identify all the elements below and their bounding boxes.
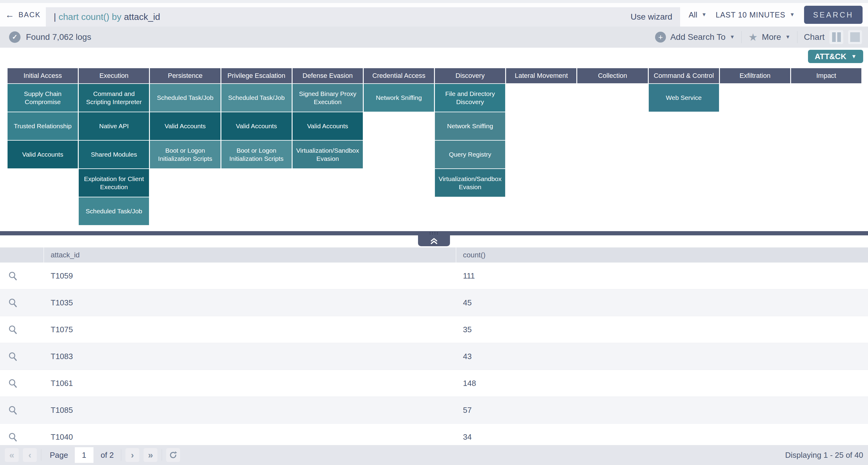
row-search-button[interactable] [0,351,44,361]
attack-id-cell[interactable]: T1061 [44,379,456,388]
technique-cell[interactable]: Command and Scripting Interpreter [79,84,149,112]
table-view-icon[interactable] [848,30,862,44]
row-search-button[interactable] [0,271,44,281]
technique-cell[interactable]: Shared Modules [79,141,149,168]
use-wizard-link[interactable]: Use wizard [631,12,672,22]
tactic-header: Impact [791,68,861,83]
table-row: T1059111 [0,263,868,289]
count-cell: 45 [456,298,868,308]
row-search-button[interactable] [0,432,44,442]
time-range-selector[interactable]: LAST 10 MINUTES ▼ [716,10,795,19]
first-page-button[interactable]: « [5,448,19,462]
technique-cell[interactable]: Boot or Logon Initialization Scripts [150,141,220,168]
technique-cell[interactable]: Valid Accounts [221,112,292,140]
tactic-column: Privilege EscalationScheduled Task/JobVa… [221,68,292,225]
page-count-label: of 2 [101,451,114,460]
status-text: Found 7,062 logs [26,32,91,42]
chevron-down-icon: ▼ [730,34,735,40]
technique-cell[interactable]: Valid Accounts [292,112,363,140]
check-circle-icon: ✓ [9,31,21,43]
technique-cell[interactable]: Scheduled Task/Job [221,84,292,112]
technique-cell[interactable]: Valid Accounts [150,112,220,140]
table-row: T107535 [0,316,868,343]
technique-cell[interactable]: File and Directory Discovery [435,84,505,112]
technique-cell[interactable]: Supply Chain Compromise [7,84,78,112]
technique-cell[interactable]: Scheduled Task/Job [150,84,220,112]
count-cell: 57 [456,406,868,415]
magnifier-icon [8,324,18,335]
tactic-header: Persistence [150,68,220,83]
drag-handle-icon[interactable] [429,232,439,235]
technique-cell[interactable]: Network Sniffing [435,112,505,140]
attack-matrix-grid: Initial AccessSupply Chain CompromiseTru… [7,68,861,225]
technique-cell[interactable]: Native API [79,112,149,140]
table-row: T108557 [0,397,868,424]
back-button[interactable]: ← BACK [0,3,46,27]
tactic-column: Command & ControlWeb Service [649,68,719,225]
technique-cell[interactable]: Trusted Relationship [7,112,78,140]
attack-id-cell[interactable]: T1059 [44,271,456,281]
refresh-button[interactable] [166,448,180,462]
attack-id-cell[interactable]: T1040 [44,432,456,442]
magnifier-icon [8,378,18,388]
technique-cell[interactable]: Exploitation for Client Execution [79,169,149,197]
tactic-header: Discovery [435,68,505,83]
page-number-input[interactable] [75,447,93,463]
attack-id-cell[interactable]: T1083 [44,352,456,361]
count-cell: 111 [456,271,868,281]
technique-cell[interactable]: Scheduled Task/Job [79,197,149,225]
table-row: T1061148 [0,370,868,397]
technique-cell[interactable]: Boot or Logon Initialization Scripts [221,141,292,168]
table-row: T108343 [0,343,868,370]
row-search-button[interactable] [0,405,44,415]
table-row: T103545 [0,289,868,316]
row-search-button[interactable] [0,324,44,335]
tactic-header: Exfiltration [720,68,790,83]
columns-icon [832,32,841,42]
next-page-button[interactable]: › [125,448,140,462]
pagination-divider [121,449,121,461]
technique-cell[interactable]: Query Registry [435,141,505,168]
technique-cell[interactable]: Virtualization/Sandbox Evasion [435,169,505,197]
tactic-header: Defense Evasion [292,68,363,83]
query-text: | chart count() by attack_id [54,12,160,22]
technique-cell[interactable]: Web Service [649,84,719,112]
attack-id-cell[interactable]: T1075 [44,325,456,335]
table-header-count[interactable]: count() [456,248,868,263]
table-header-attack-id[interactable]: attack_id [44,248,456,263]
tactic-header: Lateral Movement [506,68,576,83]
magnifier-icon [8,432,18,442]
collapse-panel-button[interactable] [418,235,450,246]
tactic-column: Impact [791,68,861,225]
query-command: chart count() by [59,12,124,22]
search-button[interactable]: SEARCH [804,6,863,24]
window-top-strip [0,0,868,3]
add-search-to-button[interactable]: + Add Search To ▼ [655,32,735,42]
last-page-button[interactable]: » [144,448,157,462]
chart-label: Chart [804,32,825,42]
previous-page-button[interactable]: ‹ [23,448,37,462]
tactic-column: Lateral Movement [506,68,576,225]
panel-divider[interactable] [0,231,868,235]
more-button[interactable]: ★ More ▼ [748,32,790,42]
chevron-down-icon: ▼ [785,34,790,40]
back-label: BACK [19,10,40,19]
star-icon: ★ [748,32,757,42]
displaying-range-label: Displaying 1 - 25 of 40 [785,451,863,460]
technique-cell[interactable]: Virtualization/Sandbox Evasion [292,141,363,168]
repo-selector-value: All [688,10,697,20]
results-table: attack_id count() T1059111T103545T107535… [0,248,868,445]
technique-cell[interactable]: Signed Binary Proxy Execution [292,84,363,112]
attack-id-cell[interactable]: T1035 [44,298,456,308]
repo-selector[interactable]: All ▼ [688,10,707,20]
technique-cell[interactable]: Network Sniffing [364,84,434,112]
tactic-header: Initial Access [7,68,78,83]
technique-cell[interactable]: Valid Accounts [7,141,78,168]
plus-circle-icon: + [655,32,666,42]
row-search-button[interactable] [0,378,44,388]
attack-dropdown-button[interactable]: ATT&CK ▼ [808,50,863,63]
row-search-button[interactable] [0,297,44,308]
attack-id-cell[interactable]: T1085 [44,406,456,415]
search-query-input[interactable]: | chart count() by attack_id Use wizard [46,7,680,27]
chart-view-icon[interactable] [829,30,843,44]
